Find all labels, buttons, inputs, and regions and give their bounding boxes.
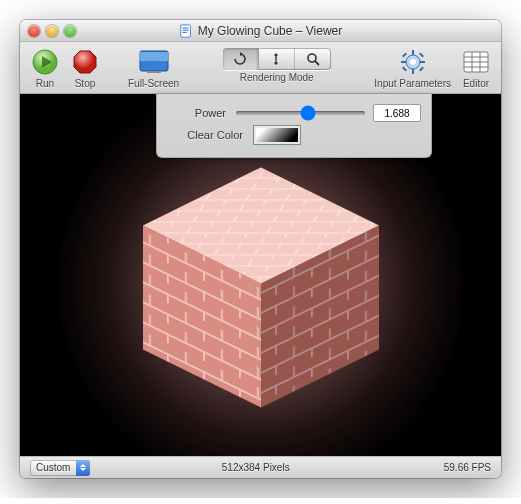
fullscreen-group: Full-Screen (128, 48, 179, 89)
svg-rect-12 (276, 57, 277, 62)
svg-rect-24 (402, 67, 407, 72)
svg-rect-19 (401, 61, 406, 63)
popup-arrows-icon (76, 460, 90, 476)
magnifier-icon (306, 52, 320, 66)
cursor-icon (269, 52, 283, 66)
rendering-mode-zoom[interactable] (295, 48, 331, 70)
input-parameters-label: Input Parameters (374, 78, 451, 89)
editor-icon (463, 50, 489, 74)
run-button[interactable] (30, 48, 60, 76)
rendering-mode-segmented (223, 48, 331, 70)
rendering-mode-handtool[interactable] (259, 48, 295, 70)
svg-rect-3 (182, 31, 186, 32)
svg-rect-8 (140, 52, 168, 61)
rendered-cube (131, 155, 391, 415)
minimize-button[interactable] (46, 25, 58, 37)
clear-color-well[interactable] (253, 125, 301, 145)
parameters-overlay: Power Clear Color (156, 94, 432, 158)
size-popup[interactable]: Custom (30, 460, 90, 476)
window-title: My Glowing Cube – Viewer (20, 24, 501, 38)
clear-color-label: Clear Color (167, 129, 243, 141)
svg-rect-2 (182, 29, 188, 30)
dimensions-readout: 512x384 Pixels (90, 462, 421, 473)
input-parameters-group: Input Parameters (374, 48, 451, 89)
fullscreen-icon (139, 50, 169, 74)
svg-rect-9 (147, 72, 161, 74)
viewport-container: Power Clear Color (20, 94, 501, 456)
editor-button[interactable] (461, 48, 491, 76)
gear-icon (400, 49, 426, 75)
svg-rect-0 (180, 24, 190, 36)
svg-rect-1 (182, 27, 188, 28)
fps-readout: 59.66 FPS (421, 462, 491, 473)
svg-point-14 (308, 54, 316, 62)
titlebar[interactable]: My Glowing Cube – Viewer (20, 20, 501, 42)
power-label: Power (167, 107, 226, 119)
svg-point-11 (275, 53, 278, 56)
close-button[interactable] (28, 25, 40, 37)
svg-rect-17 (412, 50, 414, 55)
run-label: Run (36, 78, 54, 89)
document-icon (179, 24, 193, 38)
size-popup-label: Custom (36, 462, 70, 473)
zoom-button[interactable] (64, 25, 76, 37)
rotate-icon (233, 52, 247, 66)
viewer-window: My Glowing Cube – Viewer Run Stop (20, 20, 501, 478)
power-value-field[interactable] (373, 104, 421, 122)
stop-label: Stop (75, 78, 96, 89)
svg-rect-20 (420, 61, 425, 63)
play-icon (32, 49, 58, 75)
editor-group: Editor (461, 48, 491, 89)
clear-color-row: Clear Color (167, 125, 421, 145)
svg-line-15 (315, 61, 319, 65)
power-row: Power (167, 104, 421, 122)
run-group: Run (30, 48, 60, 89)
svg-point-13 (275, 61, 278, 64)
fullscreen-button[interactable] (139, 48, 169, 76)
svg-rect-18 (412, 69, 414, 74)
toolbar: Run Stop Full-Screen (20, 42, 501, 94)
rendering-mode-group: Rendering Mode (223, 48, 331, 83)
power-slider[interactable] (236, 111, 365, 115)
traffic-lights (20, 25, 76, 37)
stop-group: Stop (70, 48, 100, 89)
svg-rect-23 (419, 53, 424, 58)
rendering-mode-label: Rendering Mode (240, 72, 314, 83)
svg-rect-21 (402, 53, 407, 58)
window-title-text: My Glowing Cube – Viewer (198, 24, 343, 38)
stop-button[interactable] (70, 48, 100, 76)
svg-marker-6 (74, 51, 96, 73)
stop-icon (72, 49, 98, 75)
svg-point-25 (410, 59, 416, 65)
editor-label: Editor (463, 78, 489, 89)
input-parameters-button[interactable] (398, 48, 428, 76)
status-bar: Custom 512x384 Pixels 59.66 FPS (20, 456, 501, 478)
fullscreen-label: Full-Screen (128, 78, 179, 89)
svg-rect-22 (419, 67, 424, 72)
rendering-mode-rotate[interactable] (223, 48, 259, 70)
